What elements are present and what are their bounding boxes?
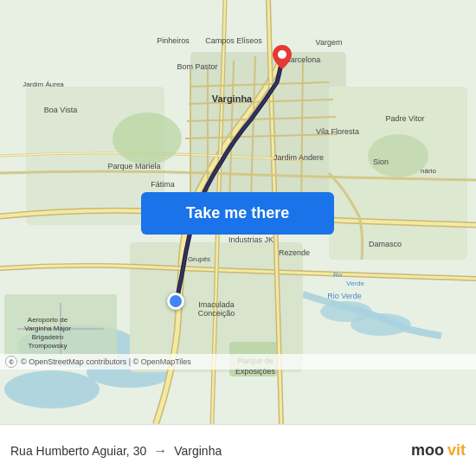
svg-text:Rio Verde: Rio Verde	[327, 292, 362, 300]
arrow-right-icon: →	[153, 443, 167, 459]
svg-text:Parque Mariela: Parque Mariela	[107, 162, 160, 170]
svg-text:Trompowsky: Trompowsky	[28, 342, 67, 350]
svg-point-11	[368, 134, 428, 177]
svg-text:nário: nário	[421, 167, 436, 175]
moovit-logo: moovit	[411, 441, 466, 460]
svg-text:Varginha Major: Varginha Major	[24, 325, 71, 332]
svg-text:Fátima: Fátima	[151, 180, 175, 189]
origin-label: Rua Humberto Aguiar, 30	[10, 444, 146, 458]
svg-text:Campos Elíseos: Campos Elíseos	[205, 36, 262, 45]
svg-text:Varginha: Varginha	[212, 93, 253, 104]
svg-text:Vila Floresta: Vila Floresta	[316, 127, 359, 136]
svg-text:Sion: Sion	[373, 158, 389, 166]
svg-text:Aeroporto de: Aeroporto de	[28, 316, 68, 324]
svg-text:Pinheiros: Pinheiros	[157, 36, 190, 45]
osm-logo-icon: ©	[5, 356, 17, 368]
map-container: Varginha Boa Vista Jardim Áurea Pinheiro…	[0, 0, 476, 424]
svg-text:Verde: Verde	[346, 280, 364, 287]
svg-text:Bom Pastor: Bom Pastor	[177, 62, 217, 71]
svg-text:Rezende: Rezende	[279, 248, 310, 257]
footer-content: Rua Humberto Aguiar, 30 → Varginha	[10, 443, 466, 459]
svg-text:Conceição: Conceição	[198, 309, 235, 318]
svg-point-44	[278, 50, 286, 59]
svg-text:Brigadeiro: Brigadeiro	[32, 333, 64, 341]
svg-text:Jardim Áurea: Jardim Áurea	[23, 80, 64, 88]
destination-label: Varginha	[174, 444, 222, 458]
map-attribution: © © OpenStreetMap contributors | © OpenM…	[0, 354, 476, 370]
svg-text:Ro: Ro	[333, 271, 343, 279]
svg-text:Padre Vitor: Padre Vitor	[386, 114, 425, 123]
svg-text:Damasco: Damasco	[369, 240, 402, 248]
svg-text:Imaculada: Imaculada	[198, 300, 235, 309]
svg-text:Industrias JK: Industrias JK	[228, 235, 273, 244]
take-me-there-button[interactable]: Take me there	[141, 192, 334, 235]
footer: Rua Humberto Aguiar, 30 → Varginha moovi…	[0, 424, 476, 476]
moovit-text-accent: vit	[447, 441, 466, 460]
svg-text:Boa Vista: Boa Vista	[44, 106, 77, 114]
moovit-text: moo	[411, 441, 444, 460]
svg-text:Jardim Andere: Jardim Andere	[273, 153, 324, 162]
svg-point-3	[4, 370, 100, 408]
svg-text:Vargem: Vargem	[316, 38, 343, 47]
svg-point-10	[113, 113, 182, 164]
svg-text:Grupês: Grupês	[188, 255, 210, 263]
origin-pin	[167, 293, 184, 310]
destination-pin	[273, 45, 292, 69]
